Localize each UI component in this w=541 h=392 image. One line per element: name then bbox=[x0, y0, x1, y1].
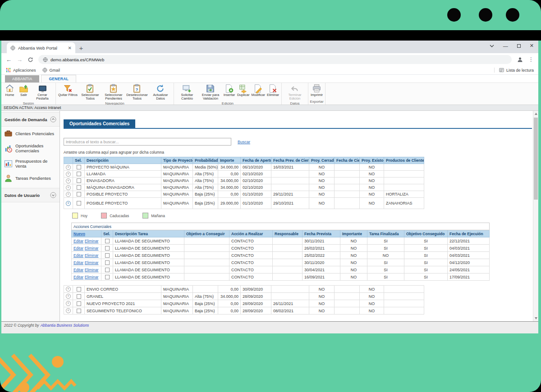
back-icon[interactable]: ← bbox=[6, 57, 12, 63]
column-header[interactable]: Descripción bbox=[85, 157, 161, 164]
expand-row-icon[interactable] bbox=[66, 301, 71, 306]
column-header[interactable]: Probabilidad bbox=[193, 157, 218, 164]
profile-avatar-icon[interactable] bbox=[517, 56, 523, 63]
eliminar-link[interactable]: Eliminar bbox=[85, 260, 99, 265]
modificar-button[interactable]: Modificar bbox=[250, 83, 266, 97]
sidebar-item-oportunidades-comerciales[interactable]: Oportunidades Comerciales bbox=[1, 141, 60, 156]
column-header[interactable]: Sel. bbox=[73, 157, 85, 164]
solicitar-cambio-button[interactable]: Solicitar Cambio bbox=[175, 83, 199, 101]
ribbon-tab-abbantia[interactable]: ABBANTIA bbox=[5, 75, 39, 82]
eliminar-link[interactable]: Eliminar bbox=[85, 253, 99, 258]
editar-link[interactable]: Editar bbox=[73, 268, 83, 272]
column-header[interactable]: Sel. bbox=[101, 230, 113, 237]
collapse-up-icon[interactable] bbox=[50, 116, 56, 123]
eliminar-link[interactable]: Eliminar bbox=[85, 239, 99, 243]
column-header[interactable]: Descripción Tarea bbox=[113, 230, 184, 237]
seleccionar-todos-button[interactable]: Seleccionar Todos bbox=[78, 83, 102, 101]
editar-link[interactable]: Editar bbox=[73, 260, 83, 265]
sidebar-section-gestion-demanda[interactable]: Gestión de Demanda bbox=[1, 112, 60, 127]
search-input[interactable] bbox=[64, 138, 231, 146]
column-header[interactable]: Importante bbox=[340, 230, 367, 237]
reading-list-button[interactable]: Lista de lectura bbox=[494, 68, 534, 73]
scroll-up-icon[interactable] bbox=[535, 113, 537, 115]
column-header[interactable]: Proy. Cerrado bbox=[309, 157, 335, 164]
eliminar-button[interactable]: Eliminar bbox=[266, 83, 280, 97]
ribbon-tab-general[interactable]: GENERAL bbox=[41, 75, 76, 82]
column-header[interactable]: Proy. Existoso bbox=[360, 157, 384, 164]
expand-row-icon[interactable] bbox=[66, 201, 71, 206]
row-checkbox[interactable] bbox=[77, 185, 81, 190]
expand-row-icon[interactable] bbox=[66, 287, 71, 292]
bookmark-apps[interactable]: Aplicaciones bbox=[6, 68, 36, 73]
row-checkbox[interactable] bbox=[77, 192, 81, 196]
deseleccionar-todos-button[interactable]: ? Deseleccionar Todos bbox=[125, 83, 149, 101]
expand-row-icon[interactable] bbox=[66, 308, 71, 313]
restore-button[interactable] bbox=[517, 44, 521, 48]
eliminar-link[interactable]: Eliminar bbox=[85, 246, 99, 251]
scrollbar-thumb[interactable] bbox=[534, 118, 538, 200]
imprimir-button[interactable]: Imprimir bbox=[310, 83, 324, 97]
nuevo-link[interactable]: Nuevo bbox=[73, 232, 85, 236]
editar-link[interactable]: Editar bbox=[73, 239, 83, 243]
column-header[interactable]: Fecha de Ejecuión bbox=[448, 230, 490, 237]
expand-row-icon[interactable] bbox=[66, 294, 71, 299]
enviar-validacion-button[interactable]: Enviar para Validación bbox=[199, 83, 222, 101]
new-tab-button[interactable]: + bbox=[75, 42, 87, 53]
editar-link[interactable]: Editar bbox=[73, 246, 83, 251]
row-checkbox[interactable] bbox=[105, 260, 110, 265]
chevron-down-icon[interactable] bbox=[490, 45, 494, 47]
sidebar-item-tareas-pendientes[interactable]: Tareas Pendientes bbox=[1, 171, 60, 185]
eliminar-link[interactable]: Eliminar bbox=[85, 275, 99, 279]
close-window-button[interactable]: ✕ bbox=[530, 43, 534, 49]
salir-button[interactable]: Salir bbox=[17, 83, 31, 97]
bookmark-gmail[interactable]: Gmail bbox=[42, 68, 60, 73]
eliminar-link[interactable]: Eliminar bbox=[85, 268, 99, 272]
reload-icon[interactable] bbox=[28, 57, 33, 63]
row-checkbox[interactable] bbox=[77, 178, 81, 183]
actualizar-datos-button[interactable]: Actualizar Datos bbox=[149, 83, 172, 101]
column-header[interactable]: Fecha de Apertura bbox=[241, 157, 271, 164]
row-checkbox[interactable] bbox=[105, 275, 110, 279]
column-header[interactable]: Fecha Prev. de Cierre bbox=[271, 157, 309, 164]
vertical-scrollbar[interactable] bbox=[533, 111, 538, 321]
home-button[interactable]: Home bbox=[3, 83, 17, 97]
expand-row-icon[interactable] bbox=[66, 172, 71, 177]
row-checkbox[interactable] bbox=[105, 246, 110, 251]
row-checkbox[interactable] bbox=[77, 172, 81, 176]
row-checkbox[interactable] bbox=[77, 287, 81, 292]
row-checkbox[interactable] bbox=[77, 309, 81, 313]
sidebar-item-clientes-potenciales[interactable]: Clientes Potenciales bbox=[1, 127, 60, 141]
menu-kebab-icon[interactable]: ⋮ bbox=[528, 56, 534, 63]
row-checkbox[interactable] bbox=[77, 201, 81, 205]
row-checkbox[interactable] bbox=[77, 294, 81, 299]
column-header[interactable]: Importe bbox=[218, 157, 241, 164]
column-header[interactable]: Objetivo a Conseguir bbox=[184, 230, 229, 237]
sidebar-item-presupuestos-venta[interactable]: Presupuestos de Venta bbox=[1, 156, 60, 171]
column-header[interactable]: Fecha de Cierre bbox=[335, 157, 360, 164]
expand-row-icon[interactable] bbox=[66, 178, 71, 183]
tab-close-icon[interactable]: ✕ bbox=[68, 46, 72, 50]
column-header[interactable]: Fecha Prevista bbox=[303, 230, 340, 237]
column-header[interactable]: Tipo de Proyecto bbox=[161, 157, 193, 164]
address-bar[interactable]: demo.abbantia.es/CRMWeb bbox=[38, 55, 512, 64]
row-checkbox[interactable] bbox=[105, 239, 110, 243]
expand-row-icon[interactable] bbox=[66, 192, 71, 197]
browser-tab[interactable]: Abbantia Web Portal ✕ bbox=[7, 42, 75, 53]
abbantia-link[interactable]: Abbantia Business Solutions bbox=[41, 323, 89, 328]
column-header[interactable]: Responsable bbox=[273, 230, 303, 237]
row-checkbox[interactable] bbox=[105, 253, 110, 258]
column-header[interactable]: Objetivo Conseguido bbox=[404, 230, 448, 237]
row-checkbox[interactable] bbox=[77, 165, 81, 169]
sidebar-section-datos-usuario[interactable]: Datos de Usuario bbox=[1, 188, 60, 202]
forward-icon[interactable]: → bbox=[17, 57, 23, 63]
row-checkbox[interactable] bbox=[105, 268, 110, 272]
duplicar-button[interactable]: Duplicar bbox=[236, 83, 251, 97]
expand-row-icon[interactable] bbox=[66, 165, 71, 170]
page-tab-oportunidades[interactable]: Oportunidades Comerciales bbox=[64, 119, 135, 128]
insertar-button[interactable]: Insertar bbox=[222, 83, 236, 97]
editar-link[interactable]: Editar bbox=[73, 275, 83, 279]
editar-link[interactable]: Editar bbox=[73, 253, 83, 258]
scroll-down-icon[interactable] bbox=[535, 317, 537, 319]
seleccionar-pendientes-button[interactable]: Seleccionar Pendientes bbox=[102, 83, 125, 101]
column-header[interactable]: Tarea Finalizada bbox=[367, 230, 404, 237]
